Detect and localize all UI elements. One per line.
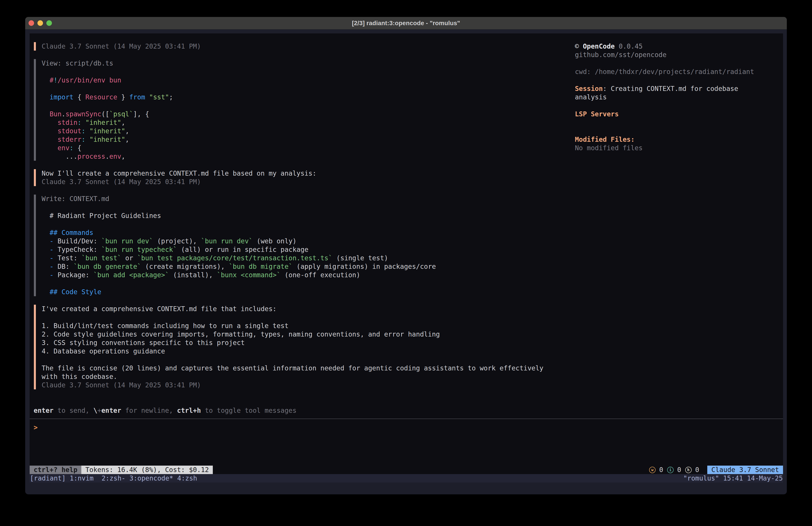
prompt-input[interactable]: > (34, 423, 38, 432)
tmux-status-bar: [radiant] 1:nvim 2:zsh- 3:opencode* 4:zs… (30, 474, 783, 483)
terminal-window: [2/3] radiant:3:opencode - "romulus" Cla… (25, 17, 787, 494)
app-logo: © OpenCode 0.0.45 (575, 42, 643, 51)
tmux-session-name: [radiant] (30, 474, 70, 482)
code-line: ...process.env, (66, 152, 125, 161)
cwd-line: cwd: /home/thdxr/dev/projects/radiant/ra… (575, 68, 754, 76)
i-counter: i0 (667, 466, 681, 474)
tmux-window-2[interactable]: 2:zsh- (98, 474, 126, 482)
input-hint: enter to send, \+enter for newline, ctrl… (34, 406, 296, 415)
markdown-line: - Package: `bun add <package>` (install)… (49, 271, 360, 279)
code-line: Bun.spawnSync([`psql`], { (49, 110, 149, 118)
markdown-line: - TypeCheck: `bun run typecheck` (all) o… (49, 245, 308, 254)
modified-files-empty: No modified files (575, 144, 643, 152)
session-line: Session: Creating CONTEXT.md for codebas… (575, 84, 738, 93)
message-accent-bar (34, 305, 36, 389)
terminal-screen[interactable]: Claude 3.7 Sonnet (14 May 2025 03:41 PM)… (30, 33, 783, 474)
markdown-line: ## Code Style (49, 288, 101, 296)
titlebar[interactable]: [2/3] radiant:3:opencode - "romulus" (25, 17, 787, 29)
code-line: stdin: "inherit", (58, 118, 125, 127)
markdown-line: - Build/Dev: `bun run dev` (project), `b… (49, 237, 296, 245)
tmux-window-1[interactable]: 1:nvim (70, 474, 98, 482)
diagnostic-counters: w0i0h0 (649, 466, 703, 474)
tmux-window-4[interactable]: 4:zsh (173, 474, 197, 482)
modified-files-heading: Modified Files: (575, 135, 635, 144)
status-right-group: w0i0h0 Claude 3.7 Sonnet (649, 466, 783, 474)
tool-accent-bar (34, 195, 36, 296)
markdown-line: - Test: `bun test` or `bun test packages… (49, 254, 388, 262)
message-text: 2. Code style guidelines covering import… (42, 330, 440, 339)
help-badge[interactable]: ctrl+? help (30, 466, 81, 474)
h-circle-icon: h (685, 467, 692, 473)
message-header: Claude 3.7 Sonnet (14 May 2025 03:41 PM) (42, 177, 201, 186)
w-count: 0 (659, 466, 663, 474)
h-count: 0 (695, 466, 699, 474)
message-header: Claude 3.7 Sonnet (14 May 2025 03:41 PM) (42, 381, 201, 389)
message-accent-bar (34, 169, 36, 186)
message-text: 1. Build/lint/test commands including ho… (42, 322, 289, 330)
code-line: stderr: "inherit", (58, 135, 129, 144)
message-text: 3. CSS styling conventions specific to t… (42, 339, 245, 347)
window-title: [2/3] radiant:3:opencode - "romulus" (25, 17, 787, 29)
session-line: analysis (575, 93, 607, 101)
desktop: { "window": { "title": "[2/3] radiant:3:… (0, 0, 812, 526)
markdown-line: - DB: `bun db generate` (create migratio… (49, 262, 436, 271)
lsp-servers-heading: LSP Servers (575, 110, 619, 118)
message-accent-bar (34, 42, 36, 51)
editor-top-border (30, 418, 783, 419)
markdown-line: ## Commands (49, 228, 93, 237)
code-line: #!/usr/bin/env bun (49, 76, 121, 84)
tool-title: Write: CONTEXT.md (42, 195, 110, 203)
h-counter: h0 (685, 466, 699, 474)
tool-accent-bar (34, 59, 36, 161)
tokens-cost-badge: Tokens: 16.4K (8%), Cost: $0.12 (81, 466, 213, 474)
message-text: The file is concise (20 lines) and captu… (42, 364, 543, 372)
message-header: Claude 3.7 Sonnet (14 May 2025 03:41 PM) (42, 42, 201, 51)
i-circle-icon: i (667, 467, 673, 473)
markdown-line: # Radiant Project Guidelines (49, 212, 161, 220)
code-line: import { Resource } from "sst"; (49, 93, 173, 101)
app-repo-link: github.com/sst/opencode (575, 51, 667, 59)
code-line: stdout: "inherit", (58, 127, 129, 135)
tool-title: View: script/db.ts (42, 59, 113, 68)
model-badge[interactable]: Claude 3.7 Sonnet (707, 466, 783, 474)
message-text: I've created a comprehensive CONTEXT.md … (42, 305, 277, 313)
w-counter: w0 (649, 466, 663, 474)
opencode-status-bar: ctrl+? helpTokens: 16.4K (8%), Cost: $0.… (30, 466, 783, 474)
code-line: env: { (58, 144, 81, 152)
w-circle-icon: w (649, 467, 656, 473)
message-text: Now I'll create a comprehensive CONTEXT.… (42, 169, 316, 177)
i-count: 0 (677, 466, 681, 474)
tmux-window-3[interactable]: 3:opencode* (126, 474, 173, 482)
tmux-windows-list: [radiant] 1:nvim 2:zsh- 3:opencode* 4:zs… (30, 474, 197, 483)
prompt-symbol: > (34, 424, 38, 431)
message-text: 4. Database operations guidance (42, 347, 165, 355)
status-left-group: ctrl+? helpTokens: 16.4K (8%), Cost: $0.… (30, 466, 213, 474)
tmux-status-right: "romulus" 15:41 14-May-25 (683, 474, 783, 483)
message-text: with this codebase. (42, 372, 117, 381)
